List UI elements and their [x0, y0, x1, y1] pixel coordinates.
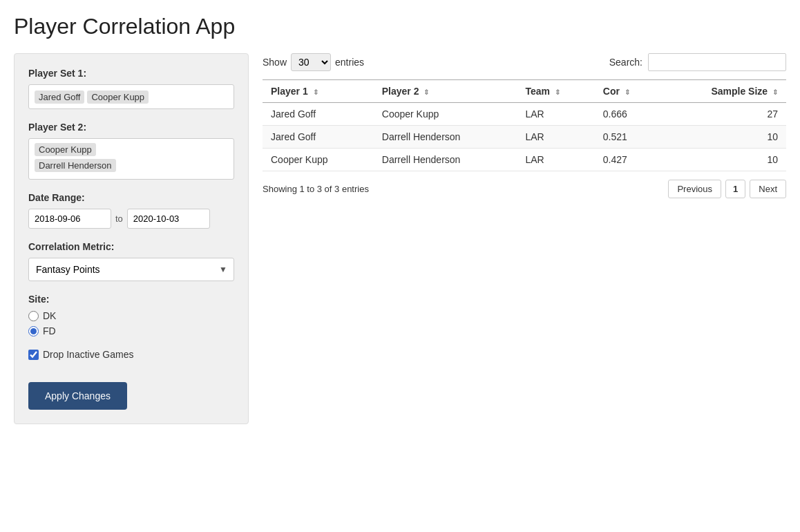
drop-inactive-checkbox-label[interactable]: Drop Inactive Games [28, 349, 234, 360]
site-label: Site: [28, 294, 234, 305]
correlation-metric-label: Correlation Metric: [28, 241, 234, 252]
left-panel: Player Set 1: Jared Goff Cooper Kupp Pla… [14, 53, 249, 424]
player-set2-group: Player Set 2: Cooper Kupp Darrell Hender… [28, 122, 234, 180]
search-input[interactable] [648, 53, 786, 71]
table-row: Jared Goff Cooper Kupp LAR 0.666 27 [263, 103, 786, 126]
table-controls: Show 10 25 30 50 100 entries Search: [263, 53, 786, 71]
show-entries-group: Show 10 25 30 50 100 entries [263, 53, 364, 71]
table-footer: Showing 1 to 3 of 3 entries Previous 1 N… [263, 180, 786, 198]
date-range-label: Date Range: [28, 192, 234, 203]
col-team[interactable]: Team ⇕ [517, 80, 594, 103]
sort-player2-icon: ⇕ [423, 88, 429, 96]
correlation-metric-group: Correlation Metric: Fantasy Points Point… [28, 241, 234, 281]
col-cor-label: Cor [603, 86, 620, 97]
player-set2-label: Player Set 2: [28, 122, 234, 133]
cell-cor: 0.427 [595, 149, 660, 171]
site-fd-radio[interactable] [28, 326, 39, 336]
player-set1-tag-1: Cooper Kupp [87, 91, 149, 104]
correlation-metric-select[interactable]: Fantasy Points Points Yards [28, 258, 234, 281]
player-set2-tag-0: Cooper Kupp [35, 143, 96, 156]
cell-player2: Darrell Henderson [374, 126, 517, 149]
cell-sample-size: 27 [660, 103, 786, 126]
sort-sample-size-icon: ⇕ [772, 88, 778, 96]
cell-player1: Jared Goff [263, 126, 374, 149]
site-dk-option[interactable]: DK [28, 310, 234, 321]
current-page: 1 [725, 180, 745, 198]
date-from-input[interactable] [28, 209, 111, 229]
sort-cor-icon: ⇕ [625, 88, 630, 96]
date-to-separator: to [115, 213, 123, 224]
site-radio-group: DK FD [28, 310, 234, 336]
data-table: Player 1 ⇕ Player 2 ⇕ Team ⇕ Cor ⇕ [263, 79, 786, 171]
correlation-metric-wrapper: Fantasy Points Points Yards ▼ [28, 258, 234, 281]
table-header-row: Player 1 ⇕ Player 2 ⇕ Team ⇕ Cor ⇕ [263, 80, 786, 103]
sort-team-icon: ⇕ [555, 88, 560, 96]
date-to-input[interactable] [127, 209, 210, 229]
col-sample-size-label: Sample Size [711, 86, 768, 97]
sort-player1-icon: ⇕ [313, 88, 318, 96]
cell-player1: Cooper Kupp [263, 149, 374, 171]
date-range-group: Date Range: to [28, 192, 234, 229]
col-team-label: Team [525, 86, 550, 97]
table-body: Jared Goff Cooper Kupp LAR 0.666 27 Jare… [263, 103, 786, 171]
player-set1-tag-0: Jared Goff [35, 91, 84, 104]
drop-inactive-checkbox[interactable] [28, 350, 39, 360]
table-row: Cooper Kupp Darrell Henderson LAR 0.427 … [263, 149, 786, 171]
cell-sample-size: 10 [660, 126, 786, 149]
cell-cor: 0.521 [595, 126, 660, 149]
drop-inactive-group: Drop Inactive Games [28, 349, 234, 360]
cell-cor: 0.666 [595, 103, 660, 126]
search-row: Search: [609, 53, 786, 71]
col-player2-label: Player 2 [382, 86, 419, 97]
cell-player1: Jared Goff [263, 103, 374, 126]
player-set2-input[interactable]: Cooper Kupp Darrell Henderson [28, 138, 234, 180]
cell-team: LAR [517, 126, 594, 149]
cell-team: LAR [517, 103, 594, 126]
site-fd-label: FD [43, 325, 56, 336]
player-set1-input[interactable]: Jared Goff Cooper Kupp [28, 84, 234, 109]
site-group: Site: DK FD [28, 294, 234, 336]
cell-player2: Darrell Henderson [374, 149, 517, 171]
showing-text: Showing 1 to 3 of 3 entries [263, 184, 369, 194]
cell-player2: Cooper Kupp [374, 103, 517, 126]
col-sample-size[interactable]: Sample Size ⇕ [660, 80, 786, 103]
player-set1-label: Player Set 1: [28, 68, 234, 79]
pagination: Previous 1 Next [668, 180, 786, 198]
search-label: Search: [609, 57, 642, 68]
player-set1-group: Player Set 1: Jared Goff Cooper Kupp [28, 68, 234, 109]
show-label: Show [263, 57, 287, 68]
drop-inactive-label: Drop Inactive Games [43, 349, 134, 360]
player-set2-tag-1: Darrell Henderson [35, 159, 116, 172]
table-row: Jared Goff Darrell Henderson LAR 0.521 1… [263, 126, 786, 149]
cell-sample-size: 10 [660, 149, 786, 171]
col-player1[interactable]: Player 1 ⇕ [263, 80, 374, 103]
cell-team: LAR [517, 149, 594, 171]
site-fd-option[interactable]: FD [28, 325, 234, 336]
entries-label: entries [335, 57, 364, 68]
app-title: Player Correlation App [14, 14, 786, 39]
next-button[interactable]: Next [750, 180, 786, 198]
entries-select[interactable]: 10 25 30 50 100 [291, 53, 331, 71]
date-range-row: to [28, 209, 234, 229]
col-player2[interactable]: Player 2 ⇕ [374, 80, 517, 103]
col-player1-label: Player 1 [271, 86, 308, 97]
col-cor[interactable]: Cor ⇕ [595, 80, 660, 103]
site-dk-label: DK [43, 310, 56, 321]
right-panel: Show 10 25 30 50 100 entries Search: [263, 53, 786, 198]
apply-changes-button[interactable]: Apply Changes [28, 382, 127, 410]
previous-button[interactable]: Previous [668, 180, 721, 198]
site-dk-radio[interactable] [28, 311, 39, 321]
